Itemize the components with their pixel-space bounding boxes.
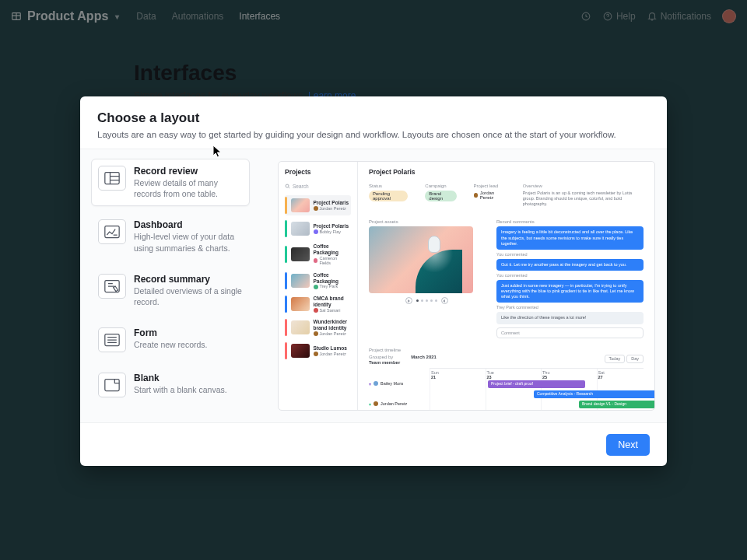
layout-icon xyxy=(98,166,126,191)
layout-title: Blank xyxy=(134,373,227,383)
modal-subtitle: Layouts are an easy way to get started b… xyxy=(97,130,650,139)
timeline-day: Tue23 xyxy=(487,370,494,380)
svg-rect-4 xyxy=(105,226,119,238)
status-value: Pending approval xyxy=(369,191,408,201)
grouped-by-value: Team member xyxy=(369,360,400,365)
modal-footer: Next xyxy=(80,423,667,466)
layout-option[interactable]: DashboardHigh-level view of your data us… xyxy=(91,212,250,260)
comment-placeholder: Comment xyxy=(501,331,520,335)
preview-meta-row: Status Pending approval Campaign Brand d… xyxy=(369,184,644,207)
lead-value: Jordan Peretz xyxy=(480,191,506,200)
asset-carousel-controls xyxy=(369,297,484,304)
layout-title: Form xyxy=(134,327,208,338)
preview-search-label: Search xyxy=(293,184,309,189)
overview-label: Overview xyxy=(523,184,644,188)
comment-bubble: Imagery is feeling a little bit deconstr… xyxy=(496,226,644,249)
svg-point-8 xyxy=(286,184,289,187)
layout-option[interactable]: Record summaryDetailed overviews of a si… xyxy=(91,267,250,314)
view-day: Day xyxy=(626,355,644,363)
svg-rect-7 xyxy=(105,380,119,391)
status-label: Status xyxy=(369,184,408,188)
preview-list-item: Project PolarisJordan Peretz xyxy=(285,195,351,215)
layout-title: Dashboard xyxy=(134,219,243,230)
modal-title: Choose a layout xyxy=(97,110,650,126)
assets-label: Project assets xyxy=(369,219,484,224)
comments-label: Record comments xyxy=(496,219,644,224)
preview-search: Search xyxy=(285,184,351,189)
preview-list-item: Wunderkinder brand identityJordan Peretz xyxy=(285,317,351,338)
choose-layout-modal: Choose a layout Layouts are an easy way … xyxy=(80,96,667,466)
prev-asset-icon xyxy=(405,297,412,304)
layout-preview: Projects Search Project PolarisJordan Pe… xyxy=(278,161,655,411)
carousel-dots xyxy=(416,297,437,304)
layout-desc: Detailed overviews of a single record. xyxy=(134,285,243,307)
search-icon xyxy=(285,184,290,189)
preview-records-list: Projects Search Project PolarisJordan Pe… xyxy=(279,162,358,410)
layout-title: Record review xyxy=(134,166,243,177)
layout-desc: Review details of many records from one … xyxy=(134,177,243,199)
view-today: Today xyxy=(605,355,626,363)
layout-desc: High-level view of your data using summa… xyxy=(134,231,243,253)
grouped-by-label: Grouped by xyxy=(369,355,400,360)
comment-meta: Trey Park commented xyxy=(496,305,644,310)
comment-meta: You commented xyxy=(496,252,644,257)
preview-list-item: Studio LumosJordan Peretz xyxy=(285,341,351,361)
next-button[interactable]: Next xyxy=(606,434,650,456)
layout-desc: Start with a blank canvas. xyxy=(134,384,227,395)
campaign-value: Brand design xyxy=(425,191,456,201)
preview-list-item: Coffee PackagingCameron Fields xyxy=(285,242,351,268)
layout-desc: Create new records. xyxy=(134,339,208,350)
asset-image xyxy=(369,226,473,293)
preview-right-heading: Project Polaris xyxy=(369,168,644,176)
layout-option[interactable]: FormCreate new records. xyxy=(91,320,250,359)
comment-bubble: Just added in some new imagery — in part… xyxy=(496,280,644,303)
modal-header: Choose a layout Layouts are an easy way … xyxy=(80,96,667,149)
layout-options: Record reviewReview details of many reco… xyxy=(80,149,258,422)
timeline-label: Project timeline xyxy=(369,348,644,352)
preview-list-item: Coffee PackagingTrey Park xyxy=(285,271,351,291)
preview-left-heading: Projects xyxy=(285,168,351,176)
layout-icon xyxy=(98,219,126,244)
preview-list-item: Project PolarisBobby Flay xyxy=(285,219,351,239)
comment-input: Comment xyxy=(496,327,644,338)
timeline-view-toggle: Today Day xyxy=(605,355,644,363)
timeline-day: Sat27 xyxy=(598,370,605,380)
lead-avatar-icon xyxy=(474,193,478,198)
preview-list-item: CMCA brand identitySal Samari xyxy=(285,294,351,314)
timeline-day: Thu25 xyxy=(542,370,549,380)
layout-icon xyxy=(98,373,126,397)
layout-option[interactable]: Record reviewReview details of many reco… xyxy=(91,159,250,206)
preview-timeline: Project timeline Grouped by Team member … xyxy=(369,348,644,411)
lead-label: Project lead xyxy=(474,184,506,188)
campaign-label: Campaign xyxy=(425,184,456,188)
timeline-month: March 2021 xyxy=(411,355,437,359)
timeline-bar: Competitive Analysis - Research xyxy=(534,390,655,398)
comment-bubble: Like the direction of these images a lot… xyxy=(496,312,644,324)
timeline-day: Sun21 xyxy=(431,370,439,380)
overview-text: Project Polaris is an up & coming tech n… xyxy=(523,191,644,207)
mouse-cursor-icon xyxy=(212,145,223,159)
modal-body: Record reviewReview details of many reco… xyxy=(80,149,667,423)
next-asset-icon xyxy=(441,297,448,304)
comment-meta: You commented xyxy=(496,273,644,278)
comment-bubble: Got it. Let me try another pass at the i… xyxy=(496,259,644,271)
preview-record-detail: Project Polaris Status Pending approval … xyxy=(358,162,654,410)
layout-icon xyxy=(98,327,126,352)
svg-rect-3 xyxy=(105,173,119,184)
layout-title: Record summary xyxy=(134,274,243,285)
timeline-bar: Brand design V1 - Design xyxy=(579,401,655,408)
timeline-bar: Project brief - draft proof xyxy=(488,380,585,388)
layout-icon xyxy=(98,274,126,299)
layout-option[interactable]: BlankStart with a blank canvas. xyxy=(91,366,250,404)
